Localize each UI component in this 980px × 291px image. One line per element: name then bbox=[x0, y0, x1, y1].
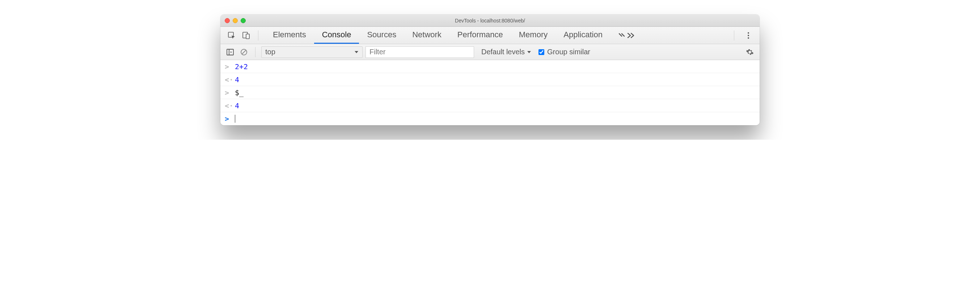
tab-memory[interactable]: Memory bbox=[511, 27, 555, 44]
toggle-console-sidebar-icon[interactable] bbox=[225, 47, 235, 57]
svg-point-3 bbox=[748, 32, 749, 33]
panel-tabs: Elements Console Sources Network Perform… bbox=[265, 27, 611, 44]
minimize-window-button[interactable] bbox=[233, 18, 238, 23]
window-titlebar: DevTools - localhost:8080/web/ bbox=[220, 14, 760, 27]
console-settings-icon[interactable] bbox=[745, 47, 755, 57]
prompt-marker-icon: > bbox=[225, 114, 230, 123]
tab-label: Sources bbox=[367, 30, 396, 40]
input-marker-icon: > bbox=[225, 88, 230, 97]
chevron-down-icon bbox=[527, 50, 531, 54]
group-similar-checkbox[interactable]: Group similar bbox=[538, 48, 590, 56]
console-input-text: 2+2 bbox=[235, 62, 248, 71]
divider bbox=[734, 30, 734, 41]
tab-application[interactable]: Application bbox=[555, 27, 611, 44]
toggle-device-toolbar-icon[interactable] bbox=[241, 30, 251, 41]
execution-context-selector[interactable]: top bbox=[261, 46, 363, 58]
tab-label: Memory bbox=[519, 30, 547, 40]
tab-label: Performance bbox=[457, 30, 503, 40]
clear-console-icon[interactable] bbox=[239, 47, 249, 57]
traffic-lights bbox=[225, 18, 246, 23]
window-title: DevTools - localhost:8080/web/ bbox=[220, 18, 760, 24]
filter-input[interactable] bbox=[366, 46, 474, 58]
tab-network[interactable]: Network bbox=[404, 27, 449, 44]
input-marker-icon: > bbox=[225, 62, 230, 71]
group-similar-label: Group similar bbox=[547, 48, 590, 56]
tab-sources[interactable]: Sources bbox=[359, 27, 404, 44]
text-cursor bbox=[235, 115, 235, 123]
tab-label: Elements bbox=[273, 30, 306, 40]
console-input-row: > 2+2 bbox=[220, 60, 760, 73]
console-output-row: <· 4 bbox=[220, 99, 760, 112]
devtools-window: DevTools - localhost:8080/web/ Elements … bbox=[220, 14, 760, 125]
chevrons-right-icon[interactable] bbox=[626, 30, 636, 41]
console-prompt-row[interactable]: > bbox=[220, 112, 760, 125]
devtools-tabbar: Elements Console Sources Network Perform… bbox=[220, 27, 760, 44]
output-marker-icon: <· bbox=[225, 101, 230, 110]
console-input-text: $_ bbox=[235, 88, 243, 97]
tab-label: Console bbox=[322, 30, 352, 40]
console-output-text: 4 bbox=[235, 101, 239, 110]
svg-point-5 bbox=[748, 37, 749, 39]
svg-rect-2 bbox=[246, 34, 249, 39]
divider bbox=[258, 30, 258, 41]
output-marker-icon: <· bbox=[225, 75, 230, 84]
console-input-row: > $_ bbox=[220, 86, 760, 99]
svg-rect-6 bbox=[227, 49, 234, 55]
tab-performance[interactable]: Performance bbox=[449, 27, 511, 44]
chevron-down-icon bbox=[354, 50, 359, 54]
divider bbox=[255, 47, 256, 57]
tab-elements[interactable]: Elements bbox=[265, 27, 314, 44]
console-toolbar: top Default levels Group similar bbox=[220, 44, 760, 60]
tab-console[interactable]: Console bbox=[314, 27, 360, 44]
console-output-row: <· 4 bbox=[220, 73, 760, 86]
svg-line-9 bbox=[242, 50, 246, 54]
more-options-icon[interactable] bbox=[743, 30, 754, 41]
maximize-window-button[interactable] bbox=[241, 18, 246, 23]
svg-point-4 bbox=[748, 35, 749, 36]
console-output-text: 4 bbox=[235, 75, 239, 84]
tab-label: Network bbox=[412, 30, 442, 40]
tab-label: Application bbox=[563, 30, 603, 40]
context-label: top bbox=[265, 48, 275, 56]
group-similar-input[interactable] bbox=[538, 49, 544, 55]
log-level-selector[interactable]: Default levels bbox=[481, 48, 531, 56]
levels-label: Default levels bbox=[481, 48, 525, 56]
console-output[interactable]: > 2+2 <· 4 > $_ <· 4 > bbox=[220, 60, 760, 125]
close-window-button[interactable] bbox=[225, 18, 230, 23]
inspect-element-icon[interactable] bbox=[226, 30, 237, 41]
